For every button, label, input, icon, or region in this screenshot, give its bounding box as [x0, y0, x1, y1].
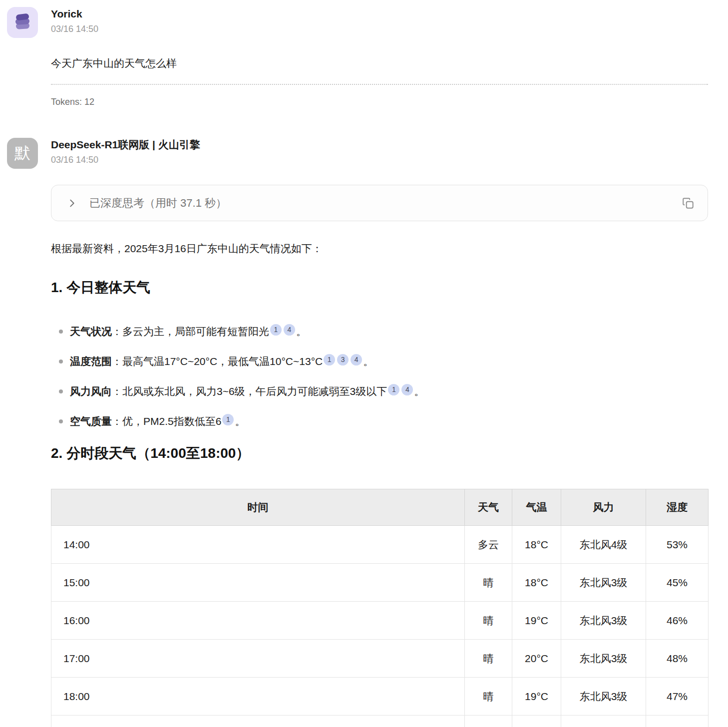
bullet-suffix: 。	[414, 385, 424, 397]
bullet-label: 温度范围	[70, 356, 112, 367]
table-cell: 48%	[646, 640, 709, 678]
citation-badge[interactable]: 1	[270, 324, 282, 336]
list-item: 空气质量：优，PM2.5指数低至61。	[51, 414, 708, 429]
bullet-label: 空气质量	[70, 415, 112, 427]
message-timestamp: 03/16 14:50	[51, 23, 708, 35]
table-header-cell: 湿度	[646, 489, 709, 526]
table-cell: 多云	[465, 526, 512, 564]
table-cell: 14:00	[51, 526, 465, 564]
bullet-list: 天气状况：多云为主，局部可能有短暂阳光14。 温度范围：最高气温17°C~20°…	[51, 324, 708, 429]
table-row: 17:00 晴 20°C 东北风3级 48%	[51, 640, 709, 678]
bullet-suffix: 。	[235, 415, 245, 427]
assistant-avatar: 默	[7, 138, 38, 169]
message-timestamp: 03/16 14:50	[51, 154, 708, 166]
model-name: DeepSeek-R1联网版 | 火山引擎	[51, 138, 708, 152]
message-text: 今天广东中山的天气怎么样	[51, 56, 708, 71]
table-cell: 18°C	[512, 526, 561, 564]
copy-icon	[682, 197, 695, 210]
table-cell	[512, 716, 561, 727]
bullet-text: ：最高气温17°C~20°C，最低气温10°C~13°C	[112, 356, 323, 367]
table-cell	[646, 716, 709, 727]
table-cell: 东北风3级	[561, 640, 646, 678]
bullet-text: ：北风或东北风，风力3~6级，午后风力可能减弱至3级以下	[112, 385, 387, 397]
citation-badge[interactable]: 4	[401, 384, 413, 395]
table-cell: 东北风4级	[561, 526, 646, 564]
copy-button[interactable]	[682, 197, 695, 210]
stack-icon	[11, 10, 33, 35]
bullet-label: 天气状况	[70, 326, 112, 337]
tokens-label: Tokens: 12	[51, 96, 708, 108]
author-name: Yorick	[51, 7, 708, 21]
bullet-suffix: 。	[363, 356, 373, 367]
table-header-cell: 天气	[465, 489, 512, 526]
citation-badge[interactable]: 1	[222, 414, 234, 425]
weather-table: 时间 天气 气温 风力 湿度 14:00 多云 18°C 东北风4级 53% 1…	[51, 489, 709, 727]
section-heading-1: 1. 今日整体天气	[51, 278, 708, 297]
bullet-label: 风力风向	[70, 385, 112, 397]
list-item: 天气状况：多云为主，局部可能有短暂阳光14。	[51, 324, 708, 339]
table-row	[51, 716, 709, 727]
thinking-toggle[interactable]: 已深度思考（用时 37.1 秒）	[51, 185, 708, 221]
table-cell	[465, 716, 512, 727]
table-cell: 53%	[646, 526, 709, 564]
table-cell	[51, 716, 465, 727]
table-row: 15:00 晴 18°C 东北风3级 45%	[51, 564, 709, 602]
citation-badge[interactable]: 3	[337, 354, 349, 365]
table-cell: 晴	[465, 564, 512, 602]
table-cell: 东北风3级	[561, 678, 646, 716]
table-header-cell: 风力	[561, 489, 646, 526]
table-row: 14:00 多云 18°C 东北风4级 53%	[51, 526, 709, 564]
citation-badge[interactable]: 4	[284, 324, 295, 336]
table-cell: 18°C	[512, 564, 561, 602]
thinking-label: 已深度思考（用时 37.1 秒）	[89, 196, 682, 211]
user-message: Yorick 03/16 14:50 今天广东中山的天气怎么样 Tokens: …	[0, 0, 728, 108]
table-cell: 18:00	[51, 678, 465, 716]
table-cell: 46%	[646, 602, 709, 640]
table-cell: 东北风3级	[561, 564, 646, 602]
table-cell: 晴	[465, 602, 512, 640]
bullet-text: ：优，PM2.5指数低至6	[112, 415, 221, 427]
list-item: 风力风向：北风或东北风，风力3~6级，午后风力可能减弱至3级以下14。	[51, 384, 708, 399]
table-cell: 东北风3级	[561, 602, 646, 640]
table-header-cell: 气温	[512, 489, 561, 526]
table-header-row: 时间 天气 气温 风力 湿度	[51, 489, 709, 526]
bullet-text: ：多云为主，局部可能有短暂阳光	[112, 326, 269, 337]
table-cell: 45%	[646, 564, 709, 602]
table-cell: 晴	[465, 678, 512, 716]
chevron-right-icon	[66, 198, 77, 209]
table-cell: 晴	[465, 640, 512, 678]
table-header-cell: 时间	[51, 489, 465, 526]
table-cell: 20°C	[512, 640, 561, 678]
list-item: 温度范围：最高气温17°C~20°C，最低气温10°C~13°C134。	[51, 354, 708, 369]
citation-badge[interactable]: 4	[351, 354, 362, 365]
citation-badge[interactable]: 1	[324, 354, 335, 365]
assistant-message: 默 DeepSeek-R1联网版 | 火山引擎 03/16 14:50 已深度思…	[0, 138, 728, 727]
table-cell: 19°C	[512, 602, 561, 640]
user-avatar	[7, 7, 38, 38]
table-cell: 17:00	[51, 640, 465, 678]
bullet-suffix: 。	[296, 326, 307, 337]
table-cell: 19°C	[512, 678, 561, 716]
section-heading-2: 2. 分时段天气（14:00至18:00）	[51, 444, 708, 463]
table-cell: 16:00	[51, 602, 465, 640]
table-row: 18:00 晴 19°C 东北风3级 47%	[51, 678, 709, 716]
table-cell: 15:00	[51, 564, 465, 602]
table-cell	[561, 716, 646, 727]
citation-badge[interactable]: 1	[388, 384, 399, 395]
table-cell: 47%	[646, 678, 709, 716]
message-divider	[51, 84, 708, 85]
avatar-monogram: 默	[14, 142, 30, 164]
response-intro: 根据最新资料，2025年3月16日广东中山的天气情况如下：	[51, 241, 708, 256]
table-row: 16:00 晴 19°C 东北风3级 46%	[51, 602, 709, 640]
